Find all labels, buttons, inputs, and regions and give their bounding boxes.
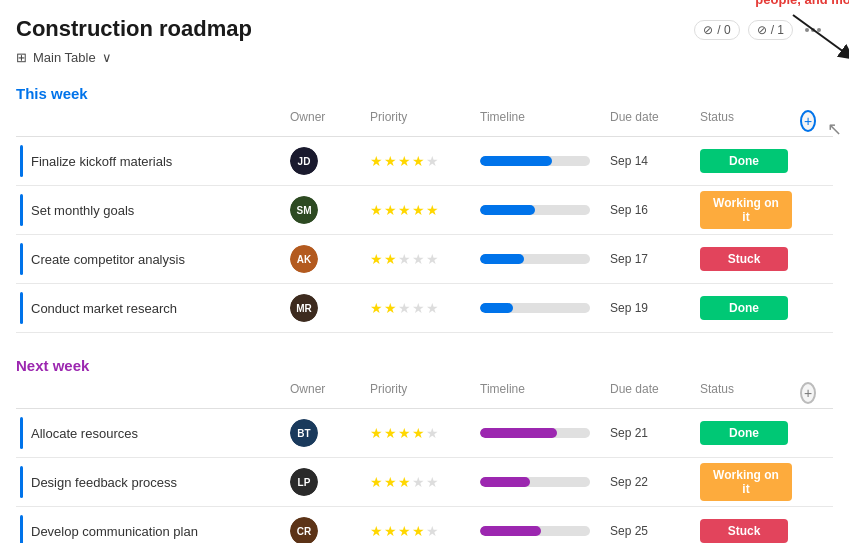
star-empty: ★ bbox=[398, 300, 411, 316]
avatar: JD bbox=[290, 147, 318, 175]
add-column-button[interactable]: + bbox=[800, 382, 816, 404]
task-name-cell: Conduct market research bbox=[16, 284, 286, 332]
section-this-week: This week Owner Priority Timeline Due da… bbox=[16, 85, 833, 333]
table-row: Design feedback process LP ★★★★★ Sep 22 … bbox=[16, 458, 833, 507]
timeline-bar-fill bbox=[480, 156, 552, 166]
timeline-bar-bg bbox=[480, 303, 590, 313]
due-date-cell: Sep 25 bbox=[606, 524, 696, 538]
task-border bbox=[20, 515, 23, 543]
timeline-bar-bg bbox=[480, 428, 590, 438]
timeline-cell bbox=[476, 205, 606, 215]
star-filled: ★ bbox=[384, 300, 397, 316]
timeline-bar-bg bbox=[480, 205, 590, 215]
star-filled: ★ bbox=[384, 153, 397, 169]
page-header: Construction roadmap ⊞ Main Table ∨ ⊘ / … bbox=[16, 16, 833, 81]
avatar: CR bbox=[290, 517, 318, 543]
task-border bbox=[20, 466, 23, 498]
annotation-text: You can addcolumns for files,people, and… bbox=[755, 0, 849, 10]
add-column-button[interactable]: + bbox=[800, 110, 816, 132]
owner-cell[interactable]: CR bbox=[286, 517, 366, 543]
owner-cell[interactable]: MR bbox=[286, 294, 366, 322]
section-title: This week bbox=[16, 85, 88, 102]
avatar-image: AK bbox=[290, 245, 318, 273]
avatar-image: SM bbox=[290, 196, 318, 224]
avatar: SM bbox=[290, 196, 318, 224]
status-badge: Working on it bbox=[700, 191, 792, 229]
sections-container: This week Owner Priority Timeline Due da… bbox=[16, 85, 833, 543]
timeline-bar-fill bbox=[480, 205, 535, 215]
timeline-bar-fill bbox=[480, 303, 513, 313]
files-count: / 0 bbox=[717, 23, 730, 37]
owner-cell[interactable]: SM bbox=[286, 196, 366, 224]
table-header: Owner Priority Timeline Due date Status … bbox=[16, 378, 833, 409]
star-filled: ★ bbox=[398, 202, 411, 218]
status-badge: Done bbox=[700, 421, 788, 445]
avatar: LP bbox=[290, 468, 318, 496]
due-date-cell: Sep 17 bbox=[606, 252, 696, 266]
table-row: Create competitor analysis AK ★★★★★ Sep … bbox=[16, 235, 833, 284]
chevron-down-icon: ∨ bbox=[102, 50, 112, 65]
timeline-bar-fill bbox=[480, 428, 557, 438]
priority-cell: ★★★★★ bbox=[366, 153, 476, 169]
owner-cell[interactable]: JD bbox=[286, 147, 366, 175]
table-selector[interactable]: ⊞ Main Table ∨ bbox=[16, 50, 252, 65]
star-filled: ★ bbox=[398, 153, 411, 169]
task-name-cell: Create competitor analysis bbox=[16, 235, 286, 283]
star-filled: ★ bbox=[370, 251, 383, 267]
task-border bbox=[20, 243, 23, 275]
task-name-cell: Develop communication plan bbox=[16, 507, 286, 543]
task-label: Set monthly goals bbox=[31, 203, 134, 218]
avatar-image: MR bbox=[290, 294, 318, 322]
status-cell: Working on it bbox=[696, 191, 796, 229]
status-cell: Working on it bbox=[696, 463, 796, 501]
status-badge: Stuck bbox=[700, 519, 788, 543]
task-border bbox=[20, 194, 23, 226]
avatar-image: CR bbox=[290, 517, 318, 543]
owner-cell[interactable]: LP bbox=[286, 468, 366, 496]
col-task bbox=[16, 110, 286, 132]
add-column-cell: + ↖ bbox=[796, 110, 820, 132]
star-filled: ★ bbox=[412, 153, 425, 169]
col-owner: Owner bbox=[286, 110, 366, 132]
col-due-date: Due date bbox=[606, 110, 696, 132]
due-date-cell: Sep 16 bbox=[606, 203, 696, 217]
star-filled: ★ bbox=[370, 474, 383, 490]
avatar: BT bbox=[290, 419, 318, 447]
page-title: Construction roadmap bbox=[16, 16, 252, 42]
status-badge: Stuck bbox=[700, 247, 788, 271]
due-date-cell: Sep 19 bbox=[606, 301, 696, 315]
section-header: This week bbox=[16, 85, 833, 102]
timeline-bar-bg bbox=[480, 254, 590, 264]
priority-cell: ★★★★★ bbox=[366, 425, 476, 441]
task-name-cell: Allocate resources bbox=[16, 409, 286, 457]
cursor-icon: ↖ bbox=[827, 118, 842, 140]
timeline-cell bbox=[476, 526, 606, 536]
status-cell: Stuck bbox=[696, 519, 796, 543]
star-filled: ★ bbox=[398, 523, 411, 539]
star-filled: ★ bbox=[370, 523, 383, 539]
owner-cell[interactable]: AK bbox=[286, 245, 366, 273]
star-empty: ★ bbox=[426, 523, 439, 539]
col-priority: Priority bbox=[366, 110, 476, 132]
star-filled: ★ bbox=[426, 202, 439, 218]
status-cell: Stuck bbox=[696, 247, 796, 271]
timeline-cell bbox=[476, 428, 606, 438]
avatar: MR bbox=[290, 294, 318, 322]
files-badge[interactable]: ⊘ / 0 bbox=[694, 20, 739, 40]
avatar: AK bbox=[290, 245, 318, 273]
timeline-cell bbox=[476, 156, 606, 166]
star-filled: ★ bbox=[398, 474, 411, 490]
status-cell: Done bbox=[696, 296, 796, 320]
col-owner: Owner bbox=[286, 382, 366, 404]
owner-cell[interactable]: BT bbox=[286, 419, 366, 447]
col-timeline: Timeline bbox=[476, 110, 606, 132]
task-name-cell: Set monthly goals bbox=[16, 186, 286, 234]
section-next-week: Next week Owner Priority Timeline Due da… bbox=[16, 357, 833, 543]
star-filled: ★ bbox=[384, 523, 397, 539]
star-empty: ★ bbox=[412, 300, 425, 316]
task-border bbox=[20, 417, 23, 449]
timeline-cell bbox=[476, 477, 606, 487]
star-filled: ★ bbox=[384, 425, 397, 441]
table-row: Finalize kickoff materials JD ★★★★★ Sep … bbox=[16, 137, 833, 186]
status-cell: Done bbox=[696, 421, 796, 445]
